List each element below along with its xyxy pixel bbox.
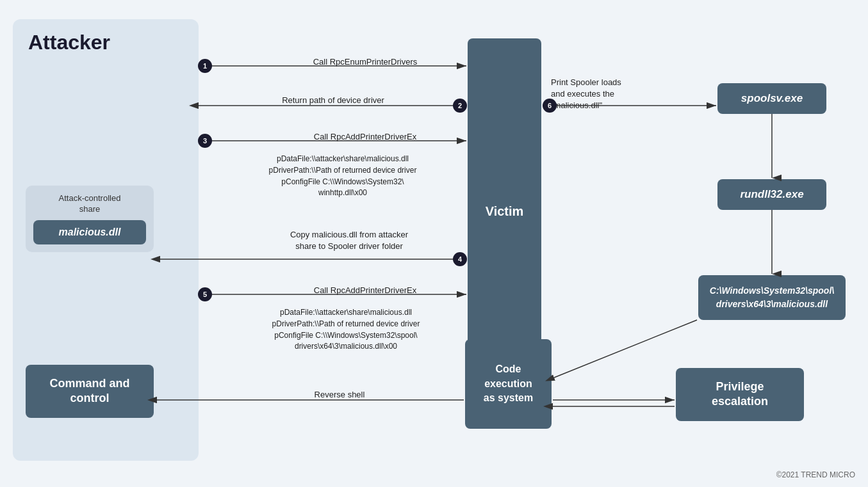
step3-label: Call RpcAddPrinterDriverEx xyxy=(275,131,455,143)
svg-text:3: 3 xyxy=(203,137,207,145)
svg-text:1: 1 xyxy=(203,62,207,70)
step1-label: Call RpcEnumPrinterDrivers xyxy=(275,56,455,68)
svg-text:2: 2 xyxy=(458,102,462,109)
step6-label: Print Spooler loadsand executes the"mali… xyxy=(551,77,692,112)
svg-point-16 xyxy=(198,287,212,301)
step5-sub1: pDataFile:\\attacker\share\malicious.dll xyxy=(243,307,448,318)
privilege-escalation-box: Privilege escalation xyxy=(676,368,804,421)
code-execution-label: Codeexecutionas system xyxy=(484,362,533,405)
svg-text:5: 5 xyxy=(203,291,207,298)
step5-sub3: pConfigFile C:\\Windows\System32\spool\d… xyxy=(243,330,448,352)
victim-box: Victim xyxy=(468,38,541,384)
svg-point-13 xyxy=(453,252,467,266)
attack-share-label: Attack-controlledshare xyxy=(33,193,146,215)
step3-sub2: pDriverPath:\\Path of returned device dr… xyxy=(243,165,442,176)
step3-sub3: pConfigFile C:\\Windows\System32\winhttp… xyxy=(243,177,442,198)
svg-point-7 xyxy=(453,99,467,113)
step4-label: Copy malicious.dll from attackershare to… xyxy=(250,229,448,252)
diagram-container: Attacker Attack-controlledshare maliciou… xyxy=(0,0,868,487)
step2-label: Return path of device driver xyxy=(243,95,423,106)
attacker-title: Attacker xyxy=(13,19,199,62)
svg-point-4 xyxy=(198,59,212,73)
malicious-dll-box: malicious.dll xyxy=(33,220,146,244)
attack-share-box: Attack-controlledshare malicious.dll xyxy=(26,186,154,252)
step5-sub2: pDriverPath:\\Path of returned device dr… xyxy=(243,319,448,330)
svg-text:4: 4 xyxy=(458,255,463,263)
spoolsv-box: spoolsv.exe xyxy=(717,83,826,114)
svg-line-23 xyxy=(554,320,697,378)
command-control-box: Command and control xyxy=(26,365,154,418)
victim-label: Victim xyxy=(486,204,524,219)
rundll32-box: rundll32.exe xyxy=(717,179,826,210)
copyright: ©2021 TREND MICRO xyxy=(776,470,855,479)
svg-point-10 xyxy=(198,134,212,148)
step5-label: Call RpcAddPrinterDriverEx xyxy=(275,285,455,296)
code-execution-box: Codeexecutionas system xyxy=(465,339,552,429)
step3-sub1: pDataFile:\\attacker\share\malicious.dll xyxy=(243,154,442,164)
spool-path-box: C:\Windows\System32\spool\drivers\x64\3\… xyxy=(698,275,846,320)
reverse-shell-label: Reverse shell xyxy=(250,389,429,401)
